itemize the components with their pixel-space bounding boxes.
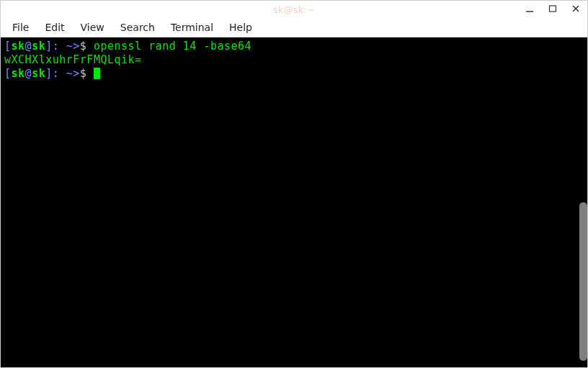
terminal-content: [sk@sk]: ~>$ openssl rand 14 -base64 wXC… xyxy=(1,37,587,83)
prompt-dollar: $ xyxy=(80,67,94,80)
window-controls xyxy=(522,2,583,15)
prompt-at: @ xyxy=(25,40,32,53)
minimize-icon xyxy=(525,4,534,13)
maximize-button[interactable] xyxy=(545,2,560,15)
minimize-button[interactable] xyxy=(522,2,537,15)
cursor xyxy=(94,68,100,79)
menu-help[interactable]: Help xyxy=(222,19,259,35)
terminal-window: sk@sk:~ File Edit View Sear xyxy=(0,0,588,368)
svg-rect-1 xyxy=(550,6,556,12)
scrollbar-thumb[interactable] xyxy=(579,202,587,361)
prompt-bracket: ] xyxy=(45,67,53,80)
prompt-bracket: ] xyxy=(45,40,53,53)
maximize-icon xyxy=(548,4,557,13)
prompt-host: sk xyxy=(32,40,45,53)
titlebar: sk@sk:~ xyxy=(1,1,587,18)
close-icon xyxy=(571,4,580,13)
prompt-path: : ~> xyxy=(53,40,80,53)
prompt-dollar: $ xyxy=(80,40,94,53)
terminal-area[interactable]: [sk@sk]: ~>$ openssl rand 14 -base64 wXC… xyxy=(1,37,587,367)
prompt-bracket: [ xyxy=(4,67,12,80)
menubar: File Edit View Search Terminal Help xyxy=(1,18,587,37)
prompt-user: sk xyxy=(12,67,25,80)
scrollbar[interactable] xyxy=(579,37,587,367)
prompt-at: @ xyxy=(25,67,32,80)
output-text: wXCHXlxuhrFrFMQLqik= xyxy=(4,53,142,66)
close-button[interactable] xyxy=(569,2,583,15)
window-title: sk@sk:~ xyxy=(273,4,315,15)
command-text: openssl rand 14 -base64 xyxy=(94,40,251,53)
menu-search[interactable]: Search xyxy=(113,19,162,35)
prompt-bracket: [ xyxy=(4,40,12,53)
menu-view[interactable]: View xyxy=(74,19,112,35)
prompt-host: sk xyxy=(32,67,45,80)
prompt-user: sk xyxy=(12,40,25,53)
prompt-path: : ~> xyxy=(53,67,80,80)
menu-terminal[interactable]: Terminal xyxy=(164,19,220,35)
menu-file[interactable]: File xyxy=(5,19,36,35)
menu-edit[interactable]: Edit xyxy=(37,19,71,35)
